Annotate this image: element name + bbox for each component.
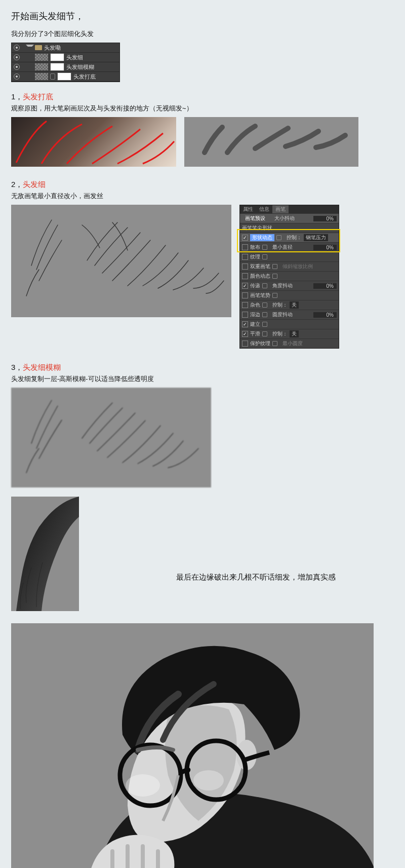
opt[interactable]: 杂色 xyxy=(250,301,260,309)
lock-icon[interactable] xyxy=(276,235,281,240)
brush-panel-wrap: 属性 信息 画笔 画笔预设 大小抖动 0% 画笔笔尖形状 ✓ 形状动态 控 xyxy=(239,205,339,349)
layer-row[interactable]: 头发细 xyxy=(12,53,119,62)
checkbox-icon[interactable] xyxy=(242,341,248,347)
ctrl-label: 控制： xyxy=(272,301,288,309)
thumb-icon xyxy=(35,54,48,61)
tab[interactable]: 属性 xyxy=(240,205,256,213)
link-icon xyxy=(50,73,55,80)
lock-icon[interactable] xyxy=(262,254,267,259)
checkbox-icon[interactable] xyxy=(242,273,248,279)
brush-preset[interactable]: 画笔预设 xyxy=(242,214,268,222)
layer-group-name: 头发嘞 xyxy=(44,44,61,52)
visibility-icon[interactable] xyxy=(14,54,20,60)
checkbox-icon[interactable]: ✓ xyxy=(242,283,248,289)
brush-tabs[interactable]: 属性 信息 画笔 xyxy=(240,205,339,213)
mask-icon xyxy=(50,63,64,71)
fold-icon[interactable] xyxy=(26,45,34,51)
opt[interactable]: 建立 xyxy=(250,321,260,328)
step1-paint-image xyxy=(184,117,358,167)
step2-title: 头发细 xyxy=(23,180,46,188)
step2-num: 2， xyxy=(11,180,23,188)
step1-num: 1， xyxy=(11,92,23,101)
intro-title: 开始画头发细节， xyxy=(11,0,394,22)
shape-dynamics[interactable]: 形状动态 xyxy=(250,234,274,241)
round-label: 圆度抖动 xyxy=(272,311,293,318)
layer-name: 头发细模糊 xyxy=(66,63,94,71)
lock-icon[interactable] xyxy=(262,322,267,327)
layer-group[interactable]: 头发嘞 xyxy=(12,43,119,53)
final-portrait xyxy=(11,623,374,868)
step3-num: 3， xyxy=(11,363,23,371)
opt[interactable]: 颜色动态 xyxy=(250,273,270,280)
opt[interactable]: 散布 xyxy=(250,244,260,251)
layer-name: 头发细 xyxy=(66,54,83,61)
opt[interactable]: 保护纹理 xyxy=(250,340,270,347)
lock-icon[interactable] xyxy=(272,274,277,279)
ctrl-select[interactable]: 关 xyxy=(290,301,299,309)
step3-blur-image xyxy=(11,388,211,487)
angle-label: 角度抖动 xyxy=(272,282,293,289)
checkbox-icon[interactable] xyxy=(242,312,248,318)
min-dia-label: 最小直径 xyxy=(272,244,293,251)
visibility-icon[interactable] xyxy=(14,64,20,70)
opt[interactable]: 平滑 xyxy=(250,330,260,337)
layer-row[interactable]: 头发细模糊 xyxy=(12,62,119,72)
edge-hair-image xyxy=(11,497,79,611)
mask-icon xyxy=(57,72,71,81)
lock-icon[interactable] xyxy=(272,293,277,298)
opt[interactable]: 传递 xyxy=(250,282,260,289)
checkbox-icon[interactable] xyxy=(242,292,248,298)
checkbox-icon[interactable] xyxy=(242,254,248,260)
checkbox-icon[interactable] xyxy=(242,302,248,308)
step3-title: 头发细模糊 xyxy=(23,363,61,371)
lock-icon[interactable] xyxy=(262,303,267,308)
checkbox-icon[interactable]: ✓ xyxy=(242,235,248,241)
checkbox-icon[interactable] xyxy=(242,263,248,270)
step2-hint: 无敌画笔最小直径改小，画发丝 xyxy=(11,192,394,201)
lock-icon[interactable] xyxy=(262,245,267,250)
step2-paint-image xyxy=(11,205,231,317)
visibility-icon[interactable] xyxy=(14,73,20,80)
folder-icon xyxy=(35,45,42,50)
checkbox-icon[interactable]: ✓ xyxy=(242,331,248,337)
intro-subtitle: 我分别分了3个图层细化头发 xyxy=(11,29,394,39)
lock-icon[interactable] xyxy=(272,264,277,269)
ctrl-select2[interactable]: 关 xyxy=(290,330,299,337)
mindeg-label: 最小圆度 xyxy=(282,340,303,347)
checkbox-icon[interactable]: ✓ xyxy=(242,321,248,327)
final-note: 最后在边缘破出来几根不听话细发，增加真实感 xyxy=(176,573,336,582)
visibility-icon[interactable] xyxy=(14,45,20,51)
control-label: 控制： xyxy=(287,234,302,241)
step1-hint: 观察原图，用大笔刷画层次及与头发衔接的地方（无视细发~） xyxy=(11,104,394,113)
lock-icon[interactable] xyxy=(272,341,277,346)
brush-tip-label: 画笔笔尖形状 xyxy=(242,224,272,232)
lock-icon[interactable] xyxy=(262,331,267,336)
ctrl-label2: 控制： xyxy=(272,330,288,337)
brush-panel: 属性 信息 画笔 画笔预设 大小抖动 0% 画笔笔尖形状 ✓ 形状动态 控 xyxy=(239,205,339,349)
mask-icon xyxy=(50,53,64,61)
tab[interactable]: 信息 xyxy=(256,205,272,213)
layer-name: 头发打底 xyxy=(73,73,96,81)
opt[interactable]: 双重画笔 xyxy=(250,263,270,270)
svg-point-4 xyxy=(126,774,160,797)
thumb-icon xyxy=(35,63,48,70)
round-val[interactable]: 0% xyxy=(313,312,337,318)
min-dia-val[interactable]: 0% xyxy=(313,245,337,250)
opt[interactable]: 画笔笔势 xyxy=(250,292,270,299)
opt[interactable]: 湿边 xyxy=(250,311,260,318)
size-jitter-label: 大小抖动 xyxy=(274,215,295,222)
svg-point-5 xyxy=(193,770,224,790)
lock-icon[interactable] xyxy=(262,312,267,317)
size-jitter-val[interactable]: 0% xyxy=(313,216,337,221)
checkbox-icon[interactable] xyxy=(242,244,248,250)
lock-icon[interactable] xyxy=(262,283,267,288)
tilt-note: 倾斜缩放比例 xyxy=(282,263,313,270)
layer-row[interactable]: 头发打底 xyxy=(12,72,119,82)
tab-active[interactable]: 画笔 xyxy=(272,205,289,213)
opt[interactable]: 纹理 xyxy=(250,253,260,260)
step1-title: 头发打底 xyxy=(23,92,53,101)
angle-val[interactable]: 0% xyxy=(313,283,337,289)
step1-ref-image xyxy=(11,117,176,167)
step3-hint: 头发细复制一层-高斯模糊-可以适当降低些透明度 xyxy=(11,374,394,384)
control-select[interactable]: 钢笔压力 xyxy=(304,234,328,241)
